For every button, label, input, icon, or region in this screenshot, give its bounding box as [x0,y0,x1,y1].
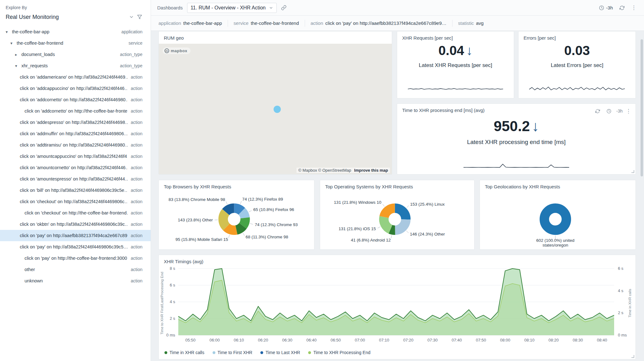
filter-application[interactable]: applicationthe-coffee-bar-app [158,20,222,26]
improve-map-link[interactable]: Improve this map [354,168,388,173]
svg-text:08:40: 08:40 [597,338,607,342]
legend-item[interactable]: Time in XHR calls [164,350,204,355]
explore-tree: ▾the-coffee-bar-appapplication▾the-coffe… [0,24,151,361]
tree-item[interactable]: click on 'amountespresso' on http://af38… [0,173,151,185]
filter-action[interactable]: actionclick on 'pay' on http://aaefbb382… [311,20,447,26]
svg-text:0 ms: 0 ms [618,333,627,337]
kebab-menu-icon[interactable]: ⋮ [631,5,636,10]
tree-item[interactable]: click on 'checkout' on http://af38a22f42… [0,196,151,207]
svg-text:4 s: 4 s [618,288,624,293]
tree-item[interactable]: ▾the-coffee-bar-frontendservice [0,37,151,49]
dashboard-selector[interactable]: 11. RUM - Overview - XHR Action [187,3,277,13]
svg-text:95 (15.8%) Mobile Safari 15: 95 (15.8%) Mobile Safari 15 [175,237,228,242]
tree-item-type-badge: action [131,188,142,193]
tree-item[interactable]: click on 'bill' on http://af38a22f4246f4… [0,185,151,196]
panel-time-range[interactable]: -3h [616,108,623,114]
link-icon[interactable] [280,4,288,12]
tree-item[interactable]: click on 'addcornetto' on http://af38a22… [0,94,151,105]
chevron-down-icon[interactable] [127,13,136,21]
svg-text:0 ms: 0 ms [166,333,175,337]
tree-item[interactable]: click on 'pay' on http://af38a22f4246f44… [0,241,151,253]
time-to-xhr-panel: Time to XHR processing end [ms] (avg) -3… [397,103,636,175]
chevron-down-icon[interactable]: ▾ [10,41,17,46]
svg-text:06:20: 06:20 [258,338,268,342]
map-data-point[interactable] [274,106,281,113]
trend-down-arrow: ↓ [532,118,539,134]
tree-item-label: click on 'amountespresso' on http://af38… [20,176,128,181]
tree-item[interactable]: click on 'pay' on http://the-coffee-bar-… [0,253,151,264]
dashboards-nav-label[interactable]: Dashboards [157,5,183,10]
tree-item[interactable]: click on 'addespresso' on http://af38a22… [0,117,151,128]
time-range-control[interactable]: -3h [599,5,613,10]
legend-item[interactable]: Time to XHR Processing End [308,350,370,355]
map-copyright[interactable]: © Mapbox © OpenStreetMap [298,168,351,173]
panel-title: Top Browsers by XHR Requests [159,180,314,189]
tree-item-label: click on 'pay' on http://af38a22f4246f44… [20,244,128,249]
tree-item[interactable]: click on 'addcappuccino' on http://af38a… [0,83,151,94]
mapbox-logo[interactable]: mmapbox [163,47,191,54]
tree-item-type-badge: service [129,41,142,46]
chevron-right-icon[interactable]: ▸ [15,52,21,57]
kebab-menu-icon[interactable]: ⋮ [626,108,631,114]
clock-icon[interactable] [605,107,613,115]
filter-statistic[interactable]: statisticavg [458,20,484,26]
tree-item[interactable]: ▾the-coffee-bar-appapplication [0,26,151,37]
filter-label: service [234,20,249,26]
tree-item[interactable]: click on 'addmuffin' on http://af38a22f4… [0,128,151,139]
tree-item[interactable]: unknownaction [0,275,151,286]
refresh-icon[interactable] [618,4,626,12]
chevron-down-icon[interactable]: ▾ [15,64,21,68]
kpi-number: 0.04↓ [397,43,514,58]
xhr-requests-sparkline [407,85,504,93]
rum-geo-panel: RUM geo mmapbox © Mapbox © OpenStreetMap… [158,31,392,175]
rum-geo-map[interactable]: mmapbox © Mapbox © OpenStreetMap Improve… [159,44,392,174]
tree-item[interactable]: click on 'addamericano' on http://af38a2… [0,71,151,83]
os-donut-chart[interactable]: 153 (25.4%) Linux146 (24.3%) Other41 (6.… [320,192,474,249]
filter-separator [305,20,305,27]
refresh-icon[interactable] [594,107,602,115]
tree-item[interactable]: click on 'okbtn' on http://af38a22f4246f… [0,219,151,230]
legend-dot [308,351,311,354]
tree-item[interactable]: click on 'pay' on http://aaefbb382137f49… [0,230,151,241]
vertical-scrollbar-thumb[interactable] [641,39,643,176]
xhr-timings-chart[interactable]: 0 ms2 s4 s6 s8 s0 ms2 s4 s6 s05:5006:000… [159,265,636,348]
tree-item[interactable]: ▾xhr_requestsaction_type [0,60,151,71]
tree-item[interactable]: click on 'amountcappuccino' on http://af… [0,151,151,162]
kpi-value: 0.04 [438,43,464,58]
filter-service[interactable]: servicethe-coffee-bar-frontend [234,20,299,26]
tree-item[interactable]: click on 'amountcornetto' on http://af38… [0,162,151,173]
explore-type-selector[interactable]: Real User Monitoring [6,14,127,20]
legend-label: Time to XHR Processing End [313,350,370,355]
trend-down-arrow: ↓ [466,43,473,58]
panel-title: XHR Requests [per sec] [397,31,514,41]
legend-dot [213,351,215,354]
legend-item[interactable]: Time to Last XHR [260,350,300,355]
filter-label: statistic [458,20,474,26]
svg-text:602 (100.0%) unitedstates/oreg: 602 (100.0%) unitedstates/oregon [536,238,575,247]
tree-item[interactable]: click on 'addcornetto' on http://the-cof… [0,105,151,117]
panel-resize-handle[interactable] [631,170,634,173]
tree-item[interactable]: ▸document_loadsaction_type [0,49,151,60]
svg-text:8 s: 8 s [170,266,175,271]
svg-text:65 (10.8%) Firefox 96: 65 (10.8%) Firefox 96 [253,207,294,212]
browsers-donut-chart[interactable]: 74 (12.3%) Firefox 8965 (10.8%) Firefox … [159,192,314,249]
svg-text:131 (21.8%) Windows 10: 131 (21.8%) Windows 10 [334,200,381,205]
filter-funnel-icon[interactable] [136,13,144,21]
panel-resize-handle[interactable] [631,355,634,358]
filter-separator [228,20,228,27]
tree-item[interactable]: click on 'checkout' on http://the-coffee… [0,207,151,219]
kpi-number: 950.2↓ [397,118,636,135]
legend-item[interactable]: Time to First XHR [213,350,253,355]
geolocations-donut-chart[interactable]: 602 (100.0%) unitedstates/oregon [480,192,636,249]
kpi-value: 950.2 [494,118,530,134]
tree-item[interactable]: otheraction [0,264,151,275]
svg-text:06:30: 06:30 [282,338,292,342]
tree-item[interactable]: click on 'addtiramisu' on http://af38a22… [0,139,151,151]
legend-label: Time to Last XHR [265,350,300,355]
tree-item-label: click on 'addespresso' on http://af38a22… [20,120,128,125]
panel-title: Top Operating Systems by XHR Requests [320,180,474,189]
tree-item-label: click on 'bill' on http://af38a22f4246f4… [20,188,128,193]
top-os-panel: Top Operating Systems by XHR Requests 15… [320,180,475,250]
panel-title: Errors [per sec] [519,31,636,41]
chevron-down-icon[interactable]: ▾ [6,30,12,34]
